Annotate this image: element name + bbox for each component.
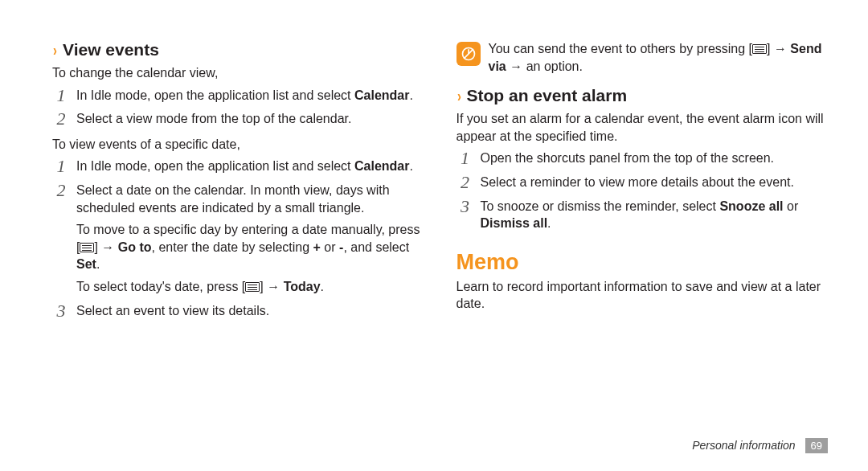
step-sub-goto: To move to a specific day by entering a … <box>76 221 424 273</box>
chevron-icon: › <box>457 86 461 105</box>
step: In Idle mode, open the application list … <box>52 87 424 104</box>
steps-change-view: In Idle mode, open the application list … <box>52 87 424 128</box>
footer: Personal information 69 <box>692 438 828 453</box>
heading-view-events: › View events <box>52 40 424 59</box>
step: Open the shorcuts panel from the top of … <box>457 149 829 167</box>
step-sub-today: To select today's date, press [] → Today… <box>76 278 424 296</box>
page-number: 69 <box>805 438 828 453</box>
footer-label: Personal information <box>692 439 795 452</box>
page: › View events To change the calendar vie… <box>0 0 868 327</box>
menu-icon <box>752 44 767 54</box>
left-column: › View events To change the calendar vie… <box>52 40 424 327</box>
memo-lead: Learn to record important information to… <box>457 278 829 313</box>
heading-stop-alarm: › Stop an event alarm <box>457 86 829 105</box>
steps-stop-alarm: Open the shorcuts panel from the top of … <box>457 149 829 231</box>
step: To snooze or dismiss the reminder, selec… <box>457 198 829 232</box>
step: In Idle mode, open the application list … <box>52 158 424 175</box>
intro-change-view: To change the calendar view, <box>52 64 424 82</box>
menu-icon <box>245 282 260 292</box>
intro-specific-date: To view events of a specific date, <box>52 136 424 154</box>
note-send-via: You can send the event to others by pres… <box>457 40 829 75</box>
right-column: You can send the event to others by pres… <box>457 40 829 327</box>
intro-stop-alarm: If you set an alarm for a calendar event… <box>457 110 829 145</box>
heading-memo: Memo <box>457 250 829 275</box>
heading-text: Stop an event alarm <box>467 86 628 105</box>
steps-specific-date: In Idle mode, open the application list … <box>52 158 424 319</box>
step: Select a date on the calendar. In month … <box>52 182 424 296</box>
note-icon <box>457 42 481 66</box>
step: Select a view mode from the top of the c… <box>52 110 424 128</box>
heading-text: View events <box>63 40 159 59</box>
step: Select a reminder to view more details a… <box>457 174 829 191</box>
chevron-icon: › <box>53 40 57 59</box>
step: Select an event to view its details. <box>52 302 424 320</box>
note-text: You can send the event to others by pres… <box>489 40 829 75</box>
menu-icon <box>80 243 94 252</box>
